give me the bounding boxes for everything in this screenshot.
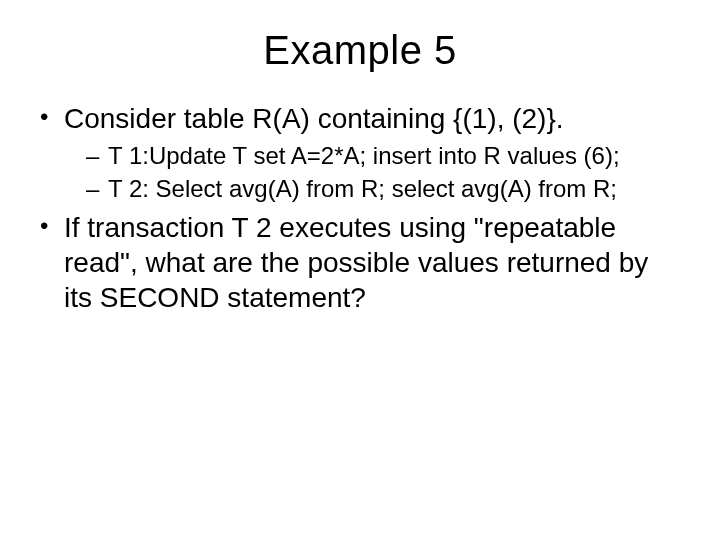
- slide: Example 5 Consider table R(A) containing…: [0, 0, 720, 540]
- bullet-list: Consider table R(A) containing {(1), (2)…: [38, 101, 682, 315]
- sub-bullet-text: T 2: Select avg(A) from R; select avg(A)…: [108, 175, 617, 202]
- bullet-item: Consider table R(A) containing {(1), (2)…: [38, 101, 682, 204]
- sub-bullet-item: T 2: Select avg(A) from R; select avg(A)…: [86, 173, 682, 204]
- slide-title: Example 5: [38, 28, 682, 73]
- bullet-text: Consider table R(A) containing {(1), (2)…: [64, 103, 564, 134]
- sub-bullet-item: T 1:Update T set A=2*A; insert into R va…: [86, 140, 682, 171]
- bullet-text: If transaction T 2 executes using "repea…: [64, 212, 648, 313]
- sub-bullet-list: T 1:Update T set A=2*A; insert into R va…: [64, 140, 682, 204]
- sub-bullet-text: T 1:Update T set A=2*A; insert into R va…: [108, 142, 620, 169]
- bullet-item: If transaction T 2 executes using "repea…: [38, 210, 682, 315]
